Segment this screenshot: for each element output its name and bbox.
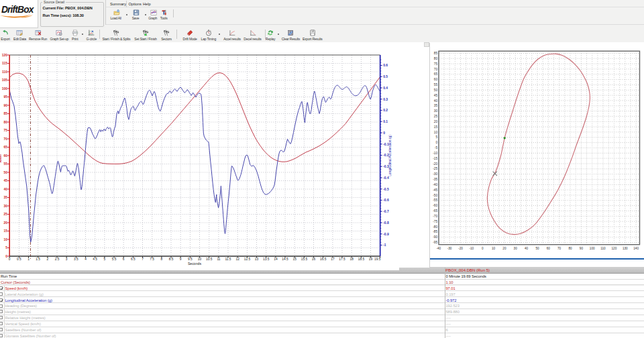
- svg-text:40: 40: [434, 99, 438, 103]
- svg-text:100: 100: [590, 247, 595, 250]
- svg-text:5: 5: [435, 135, 437, 139]
- svg-text:16.5: 16.5: [320, 258, 327, 261]
- svg-text:18: 18: [350, 258, 354, 261]
- svg-text:0.6: 0.6: [383, 64, 388, 67]
- svg-text:0.4: 0.4: [383, 87, 388, 90]
- svg-text:15: 15: [434, 125, 438, 129]
- svg-text:-85: -85: [433, 230, 437, 233]
- svg-text:5.5: 5.5: [112, 258, 117, 261]
- svg-text:19: 19: [369, 258, 373, 261]
- svg-text:11: 11: [217, 258, 220, 261]
- svg-text:75: 75: [4, 129, 8, 132]
- svg-text:-20: -20: [458, 247, 463, 250]
- svg-text:-20: -20: [433, 162, 437, 166]
- svg-text:-0.6: -0.6: [383, 199, 389, 202]
- svg-text:-45: -45: [433, 188, 437, 192]
- svg-text:Seconds: Seconds: [188, 262, 202, 266]
- svg-text:30: 30: [514, 247, 518, 250]
- svg-text:0: 0: [482, 247, 484, 250]
- svg-text:17: 17: [331, 258, 335, 261]
- svg-text:100: 100: [2, 87, 7, 91]
- svg-text:40: 40: [4, 188, 8, 191]
- svg-text:7: 7: [142, 258, 144, 261]
- svg-text:55: 55: [4, 162, 8, 166]
- svg-text:12.5: 12.5: [244, 258, 251, 261]
- svg-text:25: 25: [4, 213, 8, 216]
- svg-text:7.5: 7.5: [150, 258, 154, 261]
- svg-text:60: 60: [4, 154, 8, 158]
- svg-text:-70: -70: [433, 215, 437, 218]
- svg-text:70: 70: [557, 247, 561, 250]
- svg-text:-0.7: -0.7: [383, 210, 389, 213]
- svg-text:120: 120: [611, 247, 616, 250]
- svg-text:65: 65: [4, 146, 8, 149]
- svg-text:-25: -25: [433, 167, 437, 170]
- svg-text:-0.9: -0.9: [383, 233, 389, 236]
- svg-text:-30: -30: [433, 172, 437, 176]
- svg-text:-35: -35: [433, 178, 437, 181]
- svg-text:5: 5: [104, 258, 106, 261]
- svg-text:-40: -40: [436, 247, 441, 250]
- svg-text:-40: -40: [433, 183, 437, 186]
- svg-text:45: 45: [434, 94, 438, 97]
- svg-text:4.5: 4.5: [93, 258, 97, 261]
- svg-text:-5: -5: [435, 146, 438, 150]
- svg-text:10: 10: [434, 131, 438, 134]
- svg-text:6.5: 6.5: [131, 258, 136, 261]
- svg-text:-95: -95: [433, 241, 437, 244]
- svg-text:0.3: 0.3: [383, 98, 388, 101]
- svg-text:75: 75: [434, 62, 438, 66]
- svg-text:1: 1: [28, 258, 30, 261]
- svg-text:90: 90: [580, 247, 584, 250]
- svg-text:80: 80: [434, 57, 438, 60]
- svg-text:9: 9: [180, 258, 182, 261]
- svg-text:50: 50: [434, 89, 438, 92]
- svg-text:-10: -10: [433, 152, 437, 155]
- svg-text:14: 14: [274, 258, 278, 261]
- svg-text:12: 12: [236, 258, 240, 261]
- svg-text:16: 16: [312, 258, 316, 261]
- svg-text:9.5: 9.5: [188, 258, 193, 261]
- svg-text:35: 35: [4, 196, 8, 199]
- svg-text:-80: -80: [433, 225, 437, 229]
- svg-text:km/h: km/h: [0, 154, 2, 162]
- svg-text:85: 85: [4, 112, 8, 115]
- svg-text:8.5: 8.5: [169, 258, 174, 261]
- svg-text:140: 140: [633, 247, 639, 250]
- svg-text:30: 30: [4, 205, 8, 208]
- svg-text:25: 25: [434, 115, 438, 118]
- svg-text:115: 115: [2, 62, 7, 65]
- svg-text:20: 20: [502, 247, 506, 250]
- svg-text:105: 105: [2, 78, 7, 82]
- svg-text:0.2: 0.2: [383, 109, 388, 112]
- svg-text:4: 4: [85, 258, 87, 261]
- svg-text:80: 80: [4, 121, 8, 124]
- svg-text:0: 0: [383, 131, 385, 135]
- svg-text:60: 60: [547, 247, 551, 250]
- svg-text:-75: -75: [433, 220, 437, 223]
- svg-text:8: 8: [161, 258, 163, 261]
- svg-text:-15: -15: [433, 157, 437, 160]
- svg-text:55: 55: [434, 83, 438, 87]
- svg-text:10.5: 10.5: [206, 258, 213, 261]
- svg-text:10: 10: [492, 247, 496, 250]
- svg-text:95: 95: [4, 95, 8, 99]
- svg-text:0.5: 0.5: [17, 258, 21, 261]
- svg-text:-55: -55: [433, 199, 437, 202]
- svg-text:110: 110: [600, 247, 606, 250]
- svg-text:120: 120: [2, 54, 7, 57]
- svg-text:50: 50: [535, 247, 539, 250]
- svg-text:0: 0: [435, 141, 437, 144]
- svg-text:0: 0: [9, 258, 11, 261]
- svg-text:10: 10: [198, 258, 202, 261]
- svg-text:11.5: 11.5: [225, 258, 231, 261]
- svg-text:17.5: 17.5: [339, 258, 345, 261]
- svg-text:-30: -30: [447, 247, 452, 250]
- svg-text:30: 30: [434, 109, 438, 113]
- svg-text:20: 20: [4, 221, 8, 225]
- svg-text:3.5: 3.5: [74, 258, 78, 261]
- svg-text:-50: -50: [433, 194, 437, 197]
- svg-text:65: 65: [434, 72, 438, 76]
- svg-text:0.5: 0.5: [383, 75, 388, 78]
- svg-text:85: 85: [434, 52, 438, 55]
